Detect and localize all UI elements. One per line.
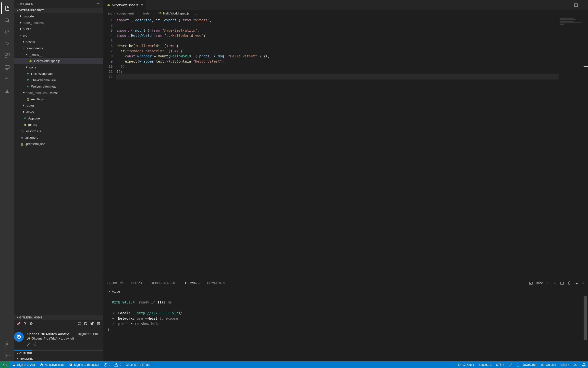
code-content: import { describe, it, expect } from "vi… <box>116 17 588 278</box>
file-main-js[interactable]: JSmain.js <box>14 121 103 128</box>
tab-output[interactable]: OUTPUT <box>131 280 145 286</box>
status-errors[interactable]: 0 0 <box>101 361 123 368</box>
close-icon[interactable]: ✕ <box>140 3 143 7</box>
status-eslint[interactable]: ESLint <box>558 361 571 368</box>
folder-src[interactable]: src <box>14 32 103 39</box>
activity-account[interactable] <box>1 338 13 350</box>
chevron-right-icon <box>22 104 26 107</box>
folder-components[interactable]: components <box>14 45 103 51</box>
tab-debug-console[interactable]: DEBUG CONSOLE <box>150 280 178 286</box>
terminal-scrollbar[interactable] <box>584 296 587 340</box>
activity-atlassian[interactable] <box>1 85 13 97</box>
activity-search[interactable] <box>1 14 13 26</box>
file-welcome-vue[interactable]: ▼TheWelcome.vue <box>14 77 103 83</box>
signout-icon[interactable] <box>33 342 37 346</box>
status-golive[interactable]: Go Live <box>539 361 558 368</box>
upgrade-tooltip[interactable]: Upgrade to Pro <box>76 331 100 337</box>
trash-icon[interactable] <box>567 281 571 285</box>
error-icon <box>104 363 108 367</box>
terminal-dropdown-icon[interactable] <box>553 281 557 285</box>
file-results[interactable]: {}results.json <box>14 96 103 102</box>
new-terminal-icon[interactable]: ＋ <box>546 281 549 285</box>
status-lang[interactable]: { } JavaScript <box>514 361 539 368</box>
activity-explorer[interactable] <box>1 2 13 14</box>
remote-button[interactable] <box>0 361 10 368</box>
comment-icon[interactable] <box>77 322 81 326</box>
project-header[interactable]: VITEST-PROJECT <box>14 8 103 13</box>
tab-terminal[interactable]: TERMINAL <box>184 280 201 286</box>
terminal-launch-icon[interactable] <box>529 281 533 285</box>
tab-comments[interactable]: COMMENTS <box>207 280 225 286</box>
status-encoding[interactable]: UTF-8 <box>494 361 507 368</box>
play-bug-icon <box>4 41 10 47</box>
folder-tests[interactable]: __tests__ <box>14 51 103 58</box>
more-icon[interactable]: ⋯ <box>581 3 585 7</box>
folder-vscode[interactable]: .vscode <box>14 13 103 19</box>
svg-rect-11 <box>6 78 7 78</box>
globe-icon[interactable] <box>97 322 100 326</box>
breadcrumb[interactable]: src› components› __tests__› JS HelloWorl… <box>103 10 588 17</box>
status-bitbucket[interactable]: Sign in to Bitbucket <box>67 361 101 368</box>
minimap[interactable] <box>559 17 588 278</box>
status-prettier[interactable] <box>571 361 580 368</box>
github-icon[interactable] <box>84 322 88 326</box>
folder-node-modules[interactable]: node_modules <box>14 19 103 26</box>
folder-nm-vitest[interactable]: node_modules / .vitest <box>14 90 103 96</box>
account-sync-icon[interactable] <box>27 342 31 346</box>
status-jira[interactable]: Sign in to Jira <box>10 361 37 368</box>
vue-icon: ▼ <box>23 117 27 120</box>
svg-rect-18 <box>529 282 532 284</box>
activity-scm[interactable] <box>1 26 13 38</box>
status-gitlens[interactable]: GitLens Pro (Trial) <box>123 361 152 368</box>
file-spec[interactable]: JSHelloWorld.spec.js <box>14 58 103 64</box>
folder-router[interactable]: router <box>14 102 103 109</box>
status-issue[interactable]: No active issue <box>37 361 67 368</box>
terminal[interactable]: > vite VITE v4.0.4 ready in 1179 ms ➜ Lo… <box>103 286 588 361</box>
timeline-header[interactable]: TIMELINE <box>14 356 103 361</box>
terminal-name[interactable]: node <box>536 281 543 285</box>
tab-problems[interactable]: PROBLEMS <box>107 280 125 286</box>
file-eslint[interactable]: ⬡.eslintrc.cjs <box>14 128 103 134</box>
file-app-vue[interactable]: ▼App.vue <box>14 115 103 121</box>
chevron-down-icon <box>15 8 19 12</box>
folder-icons[interactable]: icons <box>14 64 103 70</box>
feedback-icon[interactable] <box>30 322 34 326</box>
split-terminal-icon[interactable] <box>560 281 564 285</box>
outline-header[interactable]: OUTLINE <box>14 351 103 356</box>
avatar <box>14 332 24 342</box>
chevron-down-icon <box>15 315 19 319</box>
file-welcomeitem-vue[interactable]: ▼WelcomeItem.vue <box>14 83 103 90</box>
maximize-icon[interactable] <box>575 281 579 285</box>
file-hw-vue[interactable]: ▼HelloWorld.vue <box>14 70 103 77</box>
tab-spec[interactable]: JS HelloWorld.spec.js ✕ <box>103 0 147 10</box>
activity-docker[interactable] <box>1 73 13 85</box>
close-panel-icon[interactable]: ✕ <box>582 281 585 285</box>
chevron-right-icon <box>19 21 23 25</box>
activity-remote[interactable] <box>1 61 13 73</box>
status-bell[interactable] <box>580 361 588 368</box>
more-icon[interactable]: ⋯ <box>97 2 100 5</box>
status-cursor[interactable]: Ln 12, Col 1 <box>456 361 476 368</box>
code-editor[interactable]: 123456789101112 import { describe, it, e… <box>103 17 588 278</box>
activity-debug[interactable] <box>1 38 13 50</box>
folder-public[interactable]: public <box>14 26 103 32</box>
help-icon[interactable]: ❔ <box>23 322 27 326</box>
bottom-panel: PROBLEMS OUTPUT DEBUG CONSOLE TERMINAL C… <box>103 278 588 361</box>
svg-rect-7 <box>5 66 9 68</box>
line-gutter: 123456789101112 <box>103 17 116 278</box>
gitlens-header[interactable]: GITLENS: HOME <box>14 315 103 320</box>
twitter-icon[interactable] <box>90 322 94 326</box>
split-editor-icon[interactable] <box>574 3 578 7</box>
rocket-icon[interactable]: 🚀 <box>17 322 21 326</box>
activity-extensions[interactable] <box>1 50 13 61</box>
search-icon <box>4 17 10 23</box>
file-prettier[interactable]: {}.prettierrc.json <box>14 141 103 147</box>
activity-settings[interactable] <box>1 350 13 361</box>
file-gitignore[interactable]: ◆.gitignore <box>14 134 103 141</box>
folder-views[interactable]: views <box>14 109 103 115</box>
status-spaces[interactable]: Spaces: 2 <box>476 361 494 368</box>
status-eol[interactable]: LF <box>507 361 514 368</box>
git-icon: ◆ <box>20 136 24 139</box>
remote-explorer-icon <box>4 64 10 70</box>
folder-assets[interactable]: assets <box>14 39 103 45</box>
